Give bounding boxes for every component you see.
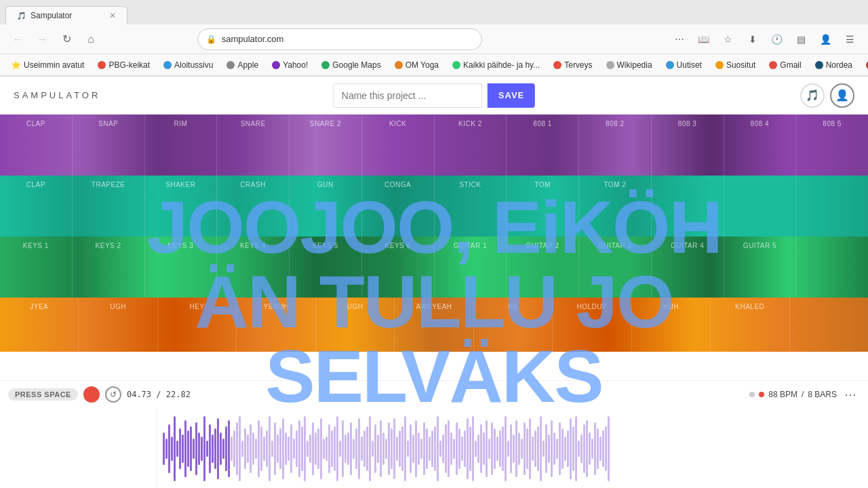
pad-snare[interactable]: SNARE (217, 115, 290, 176)
pad-guitar3[interactable]: GUITAR 3 (579, 237, 652, 298)
bookmark-omyoga[interactable]: OM Yoga (389, 59, 444, 71)
bookmark-wikipedia[interactable]: Wikipedia (601, 59, 658, 71)
waveform-bar (179, 428, 181, 469)
forward-button[interactable]: → (33, 30, 52, 49)
pad-hey[interactable]: HEY (158, 298, 237, 352)
bookmark-uutiset[interactable]: Uutiset (660, 59, 707, 71)
pad-snare2[interactable]: SNARE 2 (290, 115, 362, 176)
bookmark-gmail[interactable]: Gmail (764, 59, 806, 71)
waveform-bar (374, 424, 376, 473)
profile-button[interactable]: 👤 (816, 30, 835, 49)
bookmark-aloitus[interactable]: Aloitussivu (158, 59, 218, 71)
pad-keys5[interactable]: KEYS 5 (290, 237, 362, 298)
pad-808-5[interactable]: 808 5 (796, 115, 868, 176)
pad-stick[interactable]: STICK (435, 176, 507, 237)
pad-teal-10[interactable] (652, 176, 724, 237)
pad-keys2[interactable]: KEYS 2 (73, 237, 145, 298)
pad-huh[interactable]: HUH (632, 298, 711, 352)
active-tab[interactable]: 🎵 Sampulator ✕ (5, 6, 127, 24)
pad-khaled[interactable]: KHALED (711, 298, 789, 352)
bookmark-button[interactable]: ☆ (719, 30, 738, 49)
pad-808-4[interactable]: 808 4 (724, 115, 797, 176)
history-button[interactable]: 🕐 (768, 30, 787, 49)
menu-button[interactable]: ☰ (841, 30, 860, 49)
waveform-bar (570, 418, 572, 479)
pad-ugh2[interactable]: UGH (316, 298, 395, 352)
waveform-bar (298, 420, 300, 477)
more-button[interactable]: ⋯ (841, 385, 860, 404)
pad-guitar4[interactable]: GUITAR 4 (652, 237, 724, 298)
pad-holdup[interactable]: HOLDUP (553, 298, 631, 352)
pad-kick2[interactable]: KICK 2 (435, 115, 507, 176)
home-button[interactable]: ⌂ (81, 30, 100, 49)
bookmark-pbg[interactable]: PBG-keikat (92, 59, 155, 71)
waveform-bar (269, 416, 271, 481)
refresh-button[interactable]: ↻ (57, 30, 76, 49)
bookmark-terveys[interactable]: Terveys (548, 59, 597, 71)
bookmark-gmaps[interactable]: Google Maps (316, 59, 386, 71)
bookmark-nordea[interactable]: Nordea (810, 59, 858, 71)
audio-icon-button[interactable]: 🎵 (800, 83, 825, 108)
pad-808-1[interactable]: 808 1 (507, 115, 579, 176)
bookmark-paihde[interactable]: Kaikki päihde- ja hy... (447, 59, 545, 71)
loop-button[interactable]: ↺ (105, 386, 121, 403)
waveform-bar (220, 432, 222, 465)
pad-conga[interactable]: CONGA (362, 176, 435, 237)
pad-gun[interactable]: GUN (290, 176, 362, 237)
pad-aweyeah[interactable]: AWEYEAH (395, 298, 473, 352)
pad-shaker[interactable]: SHAKER (145, 176, 218, 237)
bookmark-suositut[interactable]: Suositut (710, 59, 761, 71)
waveform-bar (168, 424, 170, 473)
waveform-bar (480, 424, 482, 473)
pad-jyea[interactable]: JYEA (0, 298, 79, 352)
pad-kick[interactable]: KICK (362, 115, 435, 176)
save-button[interactable]: SAVE (488, 83, 535, 108)
pad-green-12[interactable] (796, 237, 868, 298)
sidebar-button[interactable]: ▤ (792, 30, 811, 49)
address-bar[interactable]: 🔒 sampulator.com (197, 28, 482, 50)
waveform-bar (545, 424, 547, 473)
pad-keys6[interactable]: KEYS 6 (362, 237, 435, 298)
extensions-button[interactable]: ⋯ (670, 30, 689, 49)
pad-guitar2[interactable]: GUITAR 2 (507, 237, 579, 298)
pad-clap[interactable]: CLAP (0, 115, 73, 176)
bookmark-apple[interactable]: Apple (221, 59, 264, 71)
waveform-bar (382, 432, 384, 465)
waveform-bar (231, 436, 233, 461)
pad-ha[interactable]: HA (474, 298, 553, 352)
pad-keys3[interactable]: KEYS 3 (145, 237, 218, 298)
pad-yeauh[interactable]: YEAUH (237, 298, 315, 352)
bookmark-yahoo[interactable]: Yahoo! (267, 59, 313, 71)
pad-teal-11[interactable] (724, 176, 797, 237)
bookmark-useimmin[interactable]: ⭐ Useimmin avatut (5, 59, 90, 71)
user-icon-button[interactable]: 👤 (830, 83, 854, 108)
record-button[interactable] (83, 386, 100, 403)
waveform-bar (233, 430, 235, 467)
pad-keys1[interactable]: KEYS 1 (0, 237, 73, 298)
bookmark-marja[interactable]: Marja Erdogan (861, 59, 868, 71)
pad-keys4[interactable]: KEYS 4 (217, 237, 290, 298)
project-name-input[interactable] (333, 83, 482, 108)
reader-button[interactable]: 📖 (694, 30, 713, 49)
pad-snap[interactable]: SNAP (73, 115, 145, 176)
waveform-bar (561, 428, 564, 469)
pad-guitar1[interactable]: GUITAR 1 (435, 237, 507, 298)
pad-guitar5[interactable]: GUITAR 5 (724, 237, 797, 298)
pad-tom[interactable]: TOM (507, 176, 579, 237)
pad-808-3[interactable]: 808 3 (652, 115, 724, 176)
download-button[interactable]: ⬇ (743, 30, 762, 49)
pad-rim[interactable]: RIM (145, 115, 218, 176)
pad-808-2[interactable]: 808 2 (579, 115, 652, 176)
pad-orange-11[interactable] (790, 298, 868, 352)
pad-clap2[interactable]: CLAP (0, 176, 73, 237)
waveform-bar (418, 432, 420, 465)
pad-ugh1[interactable]: UGH (79, 298, 157, 352)
pad-crash[interactable]: CRASH (217, 176, 290, 237)
pad-trapeze[interactable]: TRAPEZE (73, 176, 145, 237)
waveform-main[interactable] (157, 408, 860, 488)
waveform-bar (437, 416, 439, 481)
pad-tom2[interactable]: TOM 2 (579, 176, 652, 237)
tab-close-icon[interactable]: ✕ (109, 11, 116, 20)
back-button[interactable]: ← (8, 30, 27, 49)
pad-teal-12[interactable] (796, 176, 868, 237)
